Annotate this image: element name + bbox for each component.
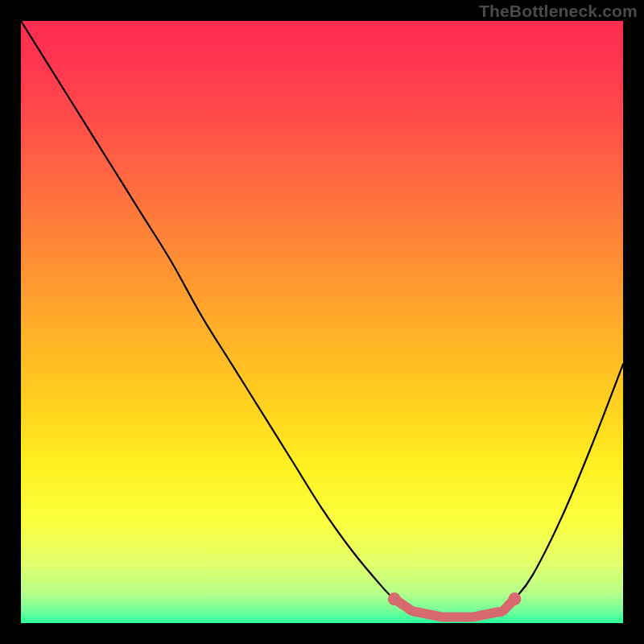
plot-area <box>21 21 623 623</box>
optimal-end-dot <box>508 592 521 605</box>
gradient-background <box>21 21 623 623</box>
watermark-text: TheBottleneck.com <box>479 2 638 21</box>
plot-svg <box>21 21 623 623</box>
chart-stage: TheBottleneck.com <box>0 0 644 644</box>
